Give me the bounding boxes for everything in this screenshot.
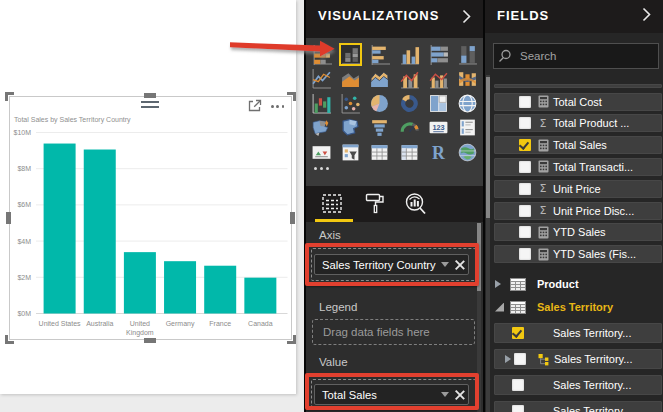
stacked-column-chart-icon[interactable] (340, 44, 361, 65)
field-row-ytd-sales-fis[interactable]: YTD Sales (Fis... (494, 245, 662, 263)
focus-mode-icon[interactable] (248, 99, 262, 112)
waterfall-chart-icon[interactable] (311, 93, 332, 114)
powerbi-window: $0M$2M$4M$6M$8M$10MUnited StatesAustrali… (0, 0, 663, 412)
stacked-bar-chart-icon[interactable] (311, 44, 332, 65)
card-icon[interactable]: 123 (428, 117, 449, 138)
svg-text:United: United (130, 320, 150, 327)
tab-format[interactable] (362, 190, 390, 218)
funnel-icon[interactable] (369, 117, 390, 138)
expanded-arrow-icon[interactable] (495, 303, 504, 312)
field-row-sales-territory[interactable]: Sales Territory... (494, 401, 662, 412)
svg-text:$4M: $4M (17, 238, 31, 245)
resize-handle-bottom[interactable] (144, 338, 156, 343)
multi-row-card-icon[interactable] (457, 117, 478, 138)
kpi-icon[interactable] (311, 142, 332, 163)
column-chart-visual[interactable]: $0M$2M$4M$6M$8M$10MUnited StatesAustrali… (9, 96, 292, 340)
resize-handle-top-right[interactable] (287, 92, 296, 101)
field-row-ytd-sales[interactable]: YTD Sales (494, 223, 662, 241)
line-and-stacked-column-chart-icon[interactable] (399, 68, 420, 89)
resize-handle-bottom-left[interactable] (5, 335, 14, 344)
svg-text:$10M: $10M (13, 129, 31, 136)
filled-map-icon[interactable] (311, 117, 332, 138)
field-checkbox[interactable] (519, 161, 531, 173)
map-icon[interactable] (457, 93, 478, 114)
matrix-icon[interactable] (399, 142, 420, 163)
svg-text:$6M: $6M (17, 201, 31, 208)
shape-map-icon[interactable] (340, 117, 361, 138)
legend-drop-zone[interactable]: Drag data fields here (312, 319, 475, 345)
selected-tab-underline (315, 219, 353, 222)
collapse-visualizations-icon[interactable] (462, 9, 471, 24)
bar-Germany[interactable] (164, 261, 196, 313)
field-checkbox[interactable] (519, 96, 531, 108)
field-row-unit-price[interactable]: ΣUnit Price (494, 180, 662, 198)
clustered-bar-chart-icon[interactable] (369, 44, 390, 65)
report-workspace: $0M$2M$4M$6M$8M$10MUnited StatesAustrali… (0, 0, 304, 412)
line-chart-icon[interactable] (311, 68, 332, 89)
more-visuals-ellipsis[interactable] (314, 164, 336, 172)
svg-text:Australia: Australia (86, 320, 113, 327)
field-checkbox[interactable] (512, 327, 524, 339)
calculator-icon (537, 226, 549, 239)
annotation-box-value (305, 373, 479, 410)
bar-Australia[interactable] (84, 150, 116, 314)
field-row-sales-territory[interactable]: Sales Territory... (494, 375, 662, 395)
resize-handle-top[interactable] (144, 93, 156, 98)
field-checkbox[interactable] (519, 117, 531, 129)
table-icon (510, 301, 526, 314)
treemap-icon[interactable] (428, 93, 449, 114)
field-checkbox[interactable] (514, 353, 526, 365)
sigma-icon: Σ (537, 182, 549, 195)
resize-handle-right[interactable] (290, 212, 295, 224)
field-checkbox[interactable] (512, 405, 524, 412)
field-row-sales-territory[interactable]: Sales Territory (494, 297, 662, 317)
collapsed-arrow-icon[interactable] (495, 280, 504, 288)
bar-United States[interactable] (44, 144, 76, 314)
field-row-product[interactable]: Product (494, 274, 662, 294)
visual-more-options-icon[interactable] (271, 102, 287, 110)
field-checkbox[interactable] (512, 379, 524, 391)
svg-text:$0M: $0M (17, 310, 31, 317)
scatter-chart-icon[interactable] (340, 93, 361, 114)
field-row-sales-territory[interactable]: Sales Territory... (494, 349, 662, 369)
arcgis-map-icon[interactable] (457, 142, 478, 163)
bar-France[interactable] (204, 266, 236, 314)
gauge-icon[interactable] (399, 117, 420, 138)
resize-handle-top-left[interactable] (5, 92, 14, 101)
drag-grip-icon[interactable] (141, 101, 159, 109)
area-chart-icon[interactable] (340, 68, 361, 89)
r-script-visual-icon[interactable]: R (428, 142, 449, 163)
ribbon-chart-icon[interactable] (457, 68, 478, 89)
field-row-total-product[interactable]: ΣTotal Product ... (494, 114, 662, 132)
bar-United Kingdom[interactable] (124, 252, 156, 313)
field-checkbox[interactable] (519, 205, 531, 217)
field-row-total-cost[interactable]: Total Cost (494, 93, 662, 111)
svg-text:United States: United States (39, 320, 82, 327)
stacked-area-chart-icon[interactable] (369, 68, 390, 89)
calculator-icon (537, 160, 549, 173)
field-row-sales-territory[interactable]: Sales Territory... (494, 323, 662, 343)
field-checkbox[interactable] (519, 139, 531, 151)
table-icon[interactable] (369, 142, 390, 163)
100-stacked-bar-chart-icon[interactable] (428, 44, 449, 65)
field-row-total-transacti[interactable]: Total Transacti... (494, 158, 662, 176)
slicer-icon[interactable] (340, 142, 361, 163)
field-checkbox[interactable] (519, 226, 531, 238)
100-stacked-column-chart-icon[interactable] (457, 44, 478, 65)
field-checkbox[interactable] (519, 183, 531, 195)
donut-chart-icon[interactable] (399, 93, 420, 114)
clustered-column-chart-icon[interactable] (399, 44, 420, 65)
line-and-clustered-column-chart-icon[interactable] (428, 68, 449, 89)
fields-list: Total CostΣTotal Product ...Total SalesT… (485, 0, 663, 412)
bar-Canada[interactable] (244, 278, 276, 314)
resize-handle-left[interactable] (6, 212, 11, 224)
pie-chart-icon[interactable] (369, 93, 390, 114)
tab-fields[interactable] (318, 190, 346, 218)
tab-analytics[interactable] (402, 190, 430, 218)
field-row-unit-price-disc[interactable]: ΣUnit Price Disc... (494, 202, 662, 220)
resize-handle-bottom-right[interactable] (287, 335, 296, 344)
field-row-total-sales[interactable]: Total Sales (494, 136, 662, 154)
svg-text:$2M: $2M (17, 274, 31, 281)
field-checkbox[interactable] (519, 248, 531, 260)
collapsed-arrow-icon[interactable] (505, 355, 511, 363)
